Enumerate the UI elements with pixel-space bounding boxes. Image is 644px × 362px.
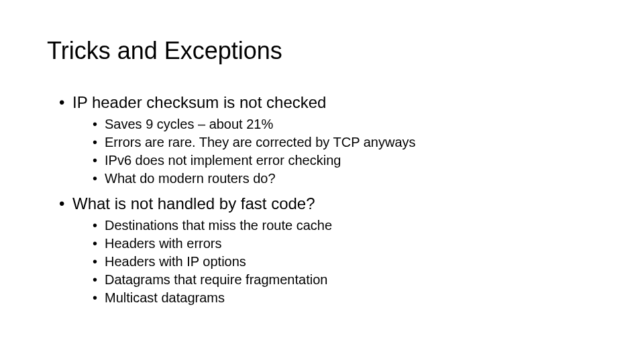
list-item-text: What do modern routers do? [105,171,276,186]
list-item: IP header checksum is not checked Saves … [59,92,597,188]
list-item: Multicast datagrams [93,289,597,307]
slide-title: Tricks and Exceptions [47,37,597,65]
list-item-text: Errors are rare. They are corrected by T… [105,135,416,149]
list-item: IPv6 does not implement error checking [93,152,597,170]
list-item: Headers with errors [93,235,597,253]
bullet-list: IP header checksum is not checked Saves … [47,92,597,307]
list-item-text: Headers with errors [105,236,222,251]
list-item-text: Datagrams that require fragmentation [105,272,327,287]
list-item-text: Headers with IP options [105,254,246,269]
list-item-text: IPv6 does not implement error checking [105,153,341,168]
sub-bullet-list: Saves 9 cycles – about 21% Errors are ra… [72,115,597,188]
list-item: Destinations that miss the route cache [93,217,597,235]
list-item-text: Multicast datagrams [105,290,225,305]
list-item: Saves 9 cycles – about 21% [93,115,597,133]
list-item-text: What is not handled by fast code? [72,194,315,213]
list-item-text: Destinations that miss the route cache [105,218,332,233]
list-item-text: Saves 9 cycles – about 21% [105,117,273,131]
list-item: Headers with IP options [93,253,597,271]
list-item: What is not handled by fast code? Destin… [59,193,597,307]
sub-bullet-list: Destinations that miss the route cache H… [72,217,597,307]
list-item: Errors are rare. They are corrected by T… [93,133,597,152]
list-item: What do modern routers do? [93,170,597,188]
list-item: Datagrams that require fragmentation [93,271,597,289]
list-item-text: IP header checksum is not checked [72,93,326,111]
